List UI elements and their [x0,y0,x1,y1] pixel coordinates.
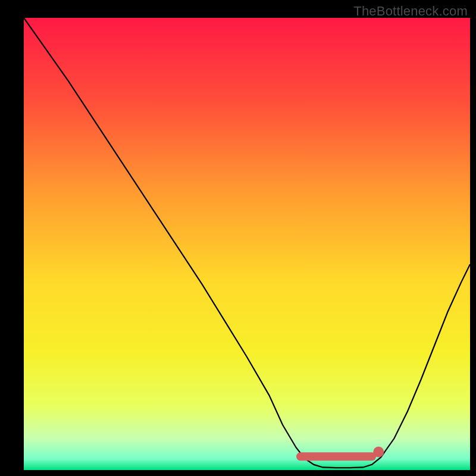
bottleneck-chart [0,0,476,476]
chart-container: TheBottleneck.com [0,0,476,476]
gradient-background [24,18,470,470]
optimal-marker [373,447,384,458]
watermark-text: TheBottleneck.com [353,4,468,19]
